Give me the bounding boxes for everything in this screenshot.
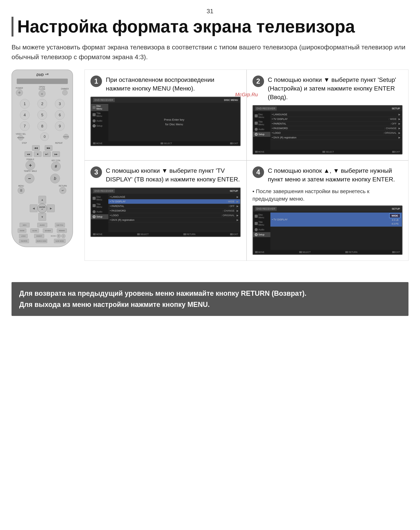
play-pause-button[interactable]: ▶II [43,151,51,157]
dimmer-button[interactable] [62,90,68,95]
setup-value-parental-2: : OFF [390,122,397,125]
sidebar-audio-4: Audio [253,227,270,232]
zoom-button[interactable]: ZOOM [18,228,26,233]
minus-button[interactable]: − [25,174,34,183]
sidebar-disc-menu-1: Disc Menu [91,104,108,111]
stop-button[interactable]: ■ [34,151,42,157]
plus-button[interactable]: + [26,161,35,170]
step-1-cell: 1 При остановленном воспроизведении нажм… [84,70,247,161]
return-label: RETURN [59,185,67,187]
logo-button[interactable]: LOGO [19,234,28,238]
remote-logo: DVD ⁺ᴿ [15,73,70,77]
step-4-screen-header: DVD RECEIVER SETUP [253,206,402,212]
echo-plus-button[interactable]: + [57,234,61,238]
fwd-button[interactable]: ▶▶ [45,145,52,151]
hash-button[interactable]: # [51,162,61,171]
step-2-footer-exit: EXIT [392,151,400,153]
search-song-button[interactable]: SEARCH SONG [36,239,47,243]
step-4-setup-rows: • TV DISPLAY WIDE 4:3 LB 4:3 PS [270,212,402,250]
remote-display [17,79,68,84]
step-3-header-left: DVD RECEIVER [93,189,115,193]
step-label: STEP [22,142,27,144]
dpad-right-button[interactable]: ▶ [47,205,55,212]
power-group: POWER ⏻ [16,87,23,96]
dpad-left-button[interactable]: ◀ [30,205,37,212]
footer-exit-icon-1 [230,142,233,144]
step-2-screen-header: DVD RECEIVER SETUP [253,106,402,111]
echo-minus-button[interactable]: − [61,234,66,238]
step-2-sidebar: Disc Menu Title Menu Audio [253,111,270,150]
num7-button[interactable]: 7 [20,121,29,131]
slow-button[interactable]: SLOW [30,228,39,233]
prev-button[interactable]: ◀◀ [25,151,32,157]
sidebar-title-menu-1: Title Menu [91,111,108,118]
step-3-header: 3 С помощью кнопки ▼ выберите пункт 'TV … [90,166,241,184]
enter-button[interactable]: ENTER↩ [37,204,47,213]
return-button[interactable]: ↩ [59,187,66,194]
sidebar-icon2-2 [255,122,258,125]
next-button[interactable]: ▶▶ [52,151,60,157]
sidebar-icon3-3 [93,210,96,213]
setup-label-tv-display-4: • TV DISPLAY [272,218,288,221]
num8-button[interactable]: 8 [37,121,47,131]
video-sel-label: VIDEO SEL [16,133,26,135]
footer-exit-icon-3 [230,233,233,235]
b-button[interactable]: b [50,174,60,183]
num3-button[interactable]: 3 [55,99,65,109]
digest-button[interactable]: DIGEST [34,234,44,238]
step-4-footer-select: SELECT [299,251,311,253]
power-button[interactable]: ⏻ [16,89,23,96]
setup-row-tv-display-3: • TV DISPLAY : WIDE ▶ [108,199,240,204]
info-audio-row: INFO AUDIO SUB TITLE [16,223,69,227]
setup-arrow-language-2: ▶ [398,113,400,116]
steps-grid: 1 При остановленном воспроизведении нажм… [84,70,408,261]
audio-button[interactable]: AUDIO [37,223,47,227]
remote-container: DVD ⁺ᴿ POWER ⏻ OPEN/CLOSE ▲ DIMMER [12,70,77,274]
setup-label-logo-2: • LOGO [272,132,281,134]
sidebar-title-menu-2: Title Menu [253,119,270,127]
setup-value-parental-3: : OFF [228,205,235,207]
step-1-header-right: DISC MENU [224,99,238,102]
dpad-down-button[interactable]: ▼ [38,213,46,221]
numpad: 1 2 3 4 5 6 7 8 9 [17,99,68,131]
favorite-button[interactable]: FAVORITE [19,239,29,243]
num6-button[interactable]: 6 [55,110,65,120]
bottom-note: Для возврата на предыдущий уровень меню … [12,282,408,316]
dropdown-43lb: 4:3 LB [390,218,400,222]
title-bar: Настройка формата экрана телевизора [12,17,408,37]
slide-mode-button[interactable]: SLIDE MODE [54,239,66,243]
setup-label-password-2: • PASSWORD [272,127,288,130]
power-label: POWER [16,87,23,89]
remain-button[interactable]: REMAIN [57,228,67,233]
num4-button[interactable]: 4 [20,110,29,120]
setup-label-tv-display-3: • TV DISPLAY [110,200,126,203]
step-4-screen: DVD RECEIVER SETUP Disc Menu Title Menu [252,206,403,255]
sidebar-disc-menu-3: Disc Menu [91,195,108,202]
num5-button[interactable]: 5 [37,110,47,120]
setup-arrow-parental-3: ▶ [237,205,238,207]
open-close-button[interactable]: ▲ [39,90,45,97]
reserve-button[interactable]: RESERVE [18,135,23,140]
setup-row-tv-display-4: • TV DISPLAY WIDE 4:3 LB 4:3 PS [270,213,402,227]
num0-button[interactable]: 0 [40,132,49,141]
num2-button[interactable]: 2 [37,99,47,109]
step-1-header-left: DVD RECEIVER [93,98,115,102]
info-button[interactable]: INFO [20,223,29,227]
ezview-button[interactable]: EZVIEW [43,228,53,233]
menu-button[interactable]: ☰ [18,187,25,194]
setup-value-tv-display-3: : WIDE [227,200,235,203]
step-3-screen-header: DVD RECEIVER SETUP [91,188,240,194]
step-4-sidebar: Disc Menu Title Menu Audio [253,212,270,250]
subtitle-button[interactable]: SUB TITLE [55,223,65,227]
num1-button[interactable]: 1 [20,99,29,109]
step-3-text: С помощью кнопки ▼ выберите пункт 'TV DI… [106,166,241,184]
setup-arrow-divx-2: ▶ [398,136,400,139]
step-1-footer: MOVE SELECT EXIT [91,141,240,146]
step-3-number: 3 [90,166,102,178]
bottom-note-line2: Для выхода из меню настройки нажмите кно… [19,299,401,310]
num9-button[interactable]: 9 [55,121,65,131]
zoom-row: ZOOM SLOW EZVIEW REMAIN [16,228,69,233]
dpad-up-button[interactable]: ▲ [38,196,46,204]
cancel-button[interactable]: CANCEL [63,134,69,139]
rew-button[interactable]: ◀◀ [32,145,40,151]
